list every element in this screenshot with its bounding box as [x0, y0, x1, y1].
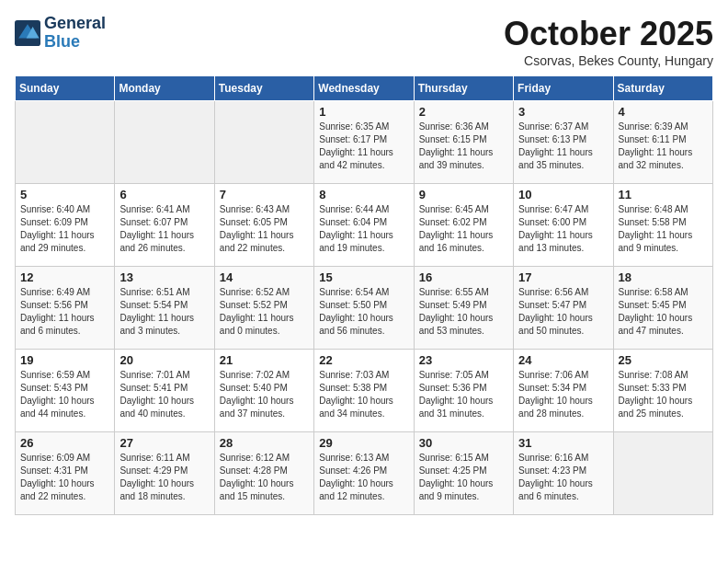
day-info: Sunrise: 6:54 AM Sunset: 5:50 PM Dayligh… [319, 286, 408, 338]
calendar-cell: 8Sunrise: 6:44 AM Sunset: 6:04 PM Daylig… [314, 184, 414, 267]
day-number: 7 [220, 188, 309, 201]
day-info: Sunrise: 6:48 AM Sunset: 5:58 PM Dayligh… [619, 203, 708, 255]
day-number: 11 [619, 188, 708, 201]
day-info: Sunrise: 6:44 AM Sunset: 6:04 PM Dayligh… [319, 203, 408, 255]
day-info: Sunrise: 6:11 AM Sunset: 4:29 PM Dayligh… [119, 452, 209, 503]
day-number: 10 [518, 188, 608, 201]
calendar-cell: 7Sunrise: 6:43 AM Sunset: 6:05 PM Daylig… [214, 184, 313, 267]
calendar-cell: 12Sunrise: 6:49 AM Sunset: 5:56 PM Dayli… [16, 267, 115, 350]
day-info: Sunrise: 6:49 AM Sunset: 5:56 PM Dayligh… [20, 286, 109, 338]
calendar-cell: 25Sunrise: 7:08 AM Sunset: 5:33 PM Dayli… [613, 350, 712, 432]
logo: GeneralBlue [15, 15, 106, 52]
calendar-cell [115, 101, 214, 184]
day-info: Sunrise: 7:01 AM Sunset: 5:41 PM Dayligh… [119, 369, 209, 420]
day-number: 4 [619, 105, 708, 119]
days-of-week-row: SundayMondayTuesdayWednesdayThursdayFrid… [16, 76, 713, 101]
dow-header: Monday [115, 76, 214, 101]
calendar-cell: 6Sunrise: 6:41 AM Sunset: 6:07 PM Daylig… [115, 184, 214, 267]
day-number: 2 [419, 105, 508, 119]
calendar-cell: 1Sunrise: 6:35 AM Sunset: 6:17 PM Daylig… [314, 101, 414, 184]
dow-header: Thursday [414, 76, 513, 101]
calendar-cell: 29Sunrise: 6:13 AM Sunset: 4:26 PM Dayli… [314, 432, 414, 515]
calendar-cell: 26Sunrise: 6:09 AM Sunset: 4:31 PM Dayli… [16, 432, 115, 515]
calendar-body: 1Sunrise: 6:35 AM Sunset: 6:17 PM Daylig… [16, 101, 713, 515]
calendar-cell: 16Sunrise: 6:55 AM Sunset: 5:49 PM Dayli… [414, 267, 513, 350]
day-number: 25 [619, 353, 708, 367]
calendar-cell: 19Sunrise: 6:59 AM Sunset: 5:43 PM Dayli… [16, 350, 115, 432]
day-number: 14 [220, 270, 309, 284]
day-info: Sunrise: 6:09 AM Sunset: 4:31 PM Dayligh… [20, 452, 109, 503]
calendar-cell: 27Sunrise: 6:11 AM Sunset: 4:29 PM Dayli… [115, 432, 214, 515]
day-number: 15 [319, 270, 408, 284]
calendar-cell: 23Sunrise: 7:05 AM Sunset: 5:36 PM Dayli… [414, 350, 513, 432]
day-number: 5 [20, 188, 109, 201]
day-info: Sunrise: 6:45 AM Sunset: 6:02 PM Dayligh… [419, 203, 508, 255]
logo-icon [15, 20, 40, 46]
day-number: 30 [419, 436, 508, 450]
calendar-cell: 28Sunrise: 6:12 AM Sunset: 4:28 PM Dayli… [214, 432, 313, 515]
calendar-cell: 18Sunrise: 6:58 AM Sunset: 5:45 PM Dayli… [613, 267, 712, 350]
day-number: 1 [319, 105, 408, 119]
day-info: Sunrise: 6:55 AM Sunset: 5:49 PM Dayligh… [419, 286, 508, 338]
location: Csorvas, Bekes County, Hungary [504, 53, 713, 68]
calendar-week-row: 1Sunrise: 6:35 AM Sunset: 6:17 PM Daylig… [16, 101, 713, 184]
day-info: Sunrise: 6:36 AM Sunset: 6:15 PM Dayligh… [419, 121, 508, 172]
calendar-cell: 4Sunrise: 6:39 AM Sunset: 6:11 PM Daylig… [613, 101, 712, 184]
calendar-cell: 17Sunrise: 6:56 AM Sunset: 5:47 PM Dayli… [514, 267, 613, 350]
day-info: Sunrise: 6:37 AM Sunset: 6:13 PM Dayligh… [518, 121, 608, 172]
page-header: GeneralBlue October 2025 Csorvas, Bekes … [15, 15, 713, 68]
calendar-week-row: 5Sunrise: 6:40 AM Sunset: 6:09 PM Daylig… [16, 184, 713, 267]
day-info: Sunrise: 6:35 AM Sunset: 6:17 PM Dayligh… [319, 121, 408, 172]
day-number: 19 [20, 353, 109, 367]
calendar-cell: 13Sunrise: 6:51 AM Sunset: 5:54 PM Dayli… [115, 267, 214, 350]
day-number: 22 [319, 353, 408, 367]
day-info: Sunrise: 6:12 AM Sunset: 4:28 PM Dayligh… [220, 452, 309, 503]
day-number: 31 [518, 436, 608, 450]
day-info: Sunrise: 6:58 AM Sunset: 5:45 PM Dayligh… [619, 286, 708, 338]
calendar-cell: 30Sunrise: 6:15 AM Sunset: 4:25 PM Dayli… [414, 432, 513, 515]
calendar-week-row: 19Sunrise: 6:59 AM Sunset: 5:43 PM Dayli… [16, 350, 713, 432]
calendar-cell: 5Sunrise: 6:40 AM Sunset: 6:09 PM Daylig… [16, 184, 115, 267]
calendar-table: SundayMondayTuesdayWednesdayThursdayFrid… [15, 75, 713, 515]
dow-header: Saturday [613, 76, 712, 101]
day-info: Sunrise: 6:43 AM Sunset: 6:05 PM Dayligh… [220, 203, 309, 255]
calendar-cell: 14Sunrise: 6:52 AM Sunset: 5:52 PM Dayli… [214, 267, 313, 350]
day-info: Sunrise: 7:08 AM Sunset: 5:33 PM Dayligh… [619, 369, 708, 420]
day-info: Sunrise: 7:05 AM Sunset: 5:36 PM Dayligh… [419, 369, 508, 420]
day-info: Sunrise: 6:56 AM Sunset: 5:47 PM Dayligh… [518, 286, 608, 338]
day-info: Sunrise: 7:06 AM Sunset: 5:34 PM Dayligh… [518, 369, 608, 420]
day-number: 16 [419, 270, 508, 284]
month-title: October 2025 [504, 15, 713, 53]
day-info: Sunrise: 7:03 AM Sunset: 5:38 PM Dayligh… [319, 369, 408, 420]
calendar-cell: 9Sunrise: 6:45 AM Sunset: 6:02 PM Daylig… [414, 184, 513, 267]
day-number: 8 [319, 188, 408, 201]
title-block: October 2025 Csorvas, Bekes County, Hung… [504, 15, 713, 68]
calendar-cell: 31Sunrise: 6:16 AM Sunset: 4:23 PM Dayli… [514, 432, 613, 515]
calendar-cell: 11Sunrise: 6:48 AM Sunset: 5:58 PM Dayli… [613, 184, 712, 267]
calendar-cell: 15Sunrise: 6:54 AM Sunset: 5:50 PM Dayli… [314, 267, 414, 350]
dow-header: Tuesday [214, 76, 313, 101]
day-number: 12 [20, 270, 109, 284]
day-info: Sunrise: 6:16 AM Sunset: 4:23 PM Dayligh… [518, 452, 608, 503]
day-number: 29 [319, 436, 408, 450]
calendar-cell: 20Sunrise: 7:01 AM Sunset: 5:41 PM Dayli… [115, 350, 214, 432]
day-number: 17 [518, 270, 608, 284]
day-number: 6 [119, 188, 209, 201]
dow-header: Friday [514, 76, 613, 101]
day-number: 27 [119, 436, 209, 450]
day-info: Sunrise: 6:40 AM Sunset: 6:09 PM Dayligh… [20, 203, 109, 255]
day-number: 23 [419, 353, 508, 367]
calendar-cell [613, 432, 712, 515]
calendar-cell: 3Sunrise: 6:37 AM Sunset: 6:13 PM Daylig… [514, 101, 613, 184]
calendar-cell: 22Sunrise: 7:03 AM Sunset: 5:38 PM Dayli… [314, 350, 414, 432]
day-info: Sunrise: 7:02 AM Sunset: 5:40 PM Dayligh… [220, 369, 309, 420]
calendar-week-row: 26Sunrise: 6:09 AM Sunset: 4:31 PM Dayli… [16, 432, 713, 515]
dow-header: Sunday [16, 76, 115, 101]
day-number: 3 [518, 105, 608, 119]
day-number: 24 [518, 353, 608, 367]
day-info: Sunrise: 6:47 AM Sunset: 6:00 PM Dayligh… [518, 203, 608, 255]
calendar-cell: 10Sunrise: 6:47 AM Sunset: 6:00 PM Dayli… [514, 184, 613, 267]
calendar-cell: 2Sunrise: 6:36 AM Sunset: 6:15 PM Daylig… [414, 101, 513, 184]
calendar-cell: 21Sunrise: 7:02 AM Sunset: 5:40 PM Dayli… [214, 350, 313, 432]
day-info: Sunrise: 6:15 AM Sunset: 4:25 PM Dayligh… [419, 452, 508, 503]
